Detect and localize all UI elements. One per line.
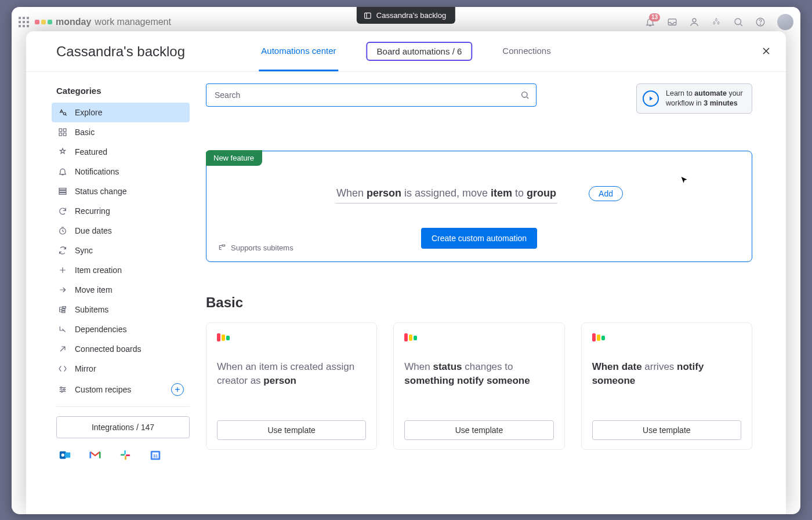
search-input[interactable] [206, 83, 536, 107]
svg-rect-13 [59, 193, 66, 195]
svg-point-20 [61, 391, 63, 392]
create-custom-automation-button[interactable]: Create custom automation [421, 228, 537, 249]
cursor-icon [680, 176, 689, 185]
automation-card[interactable]: When an item is created assign creator a… [206, 322, 377, 450]
svg-rect-17 [62, 311, 65, 313]
slack-icon[interactable] [119, 449, 132, 461]
modal-header: Cassandra's backlog Automations center B… [26, 31, 786, 72]
notifications-icon[interactable]: 13 [645, 17, 655, 27]
integration-icons: 31 [56, 449, 190, 461]
mirror-icon [57, 363, 68, 374]
sidebar-item-label: Recurring [75, 206, 184, 216]
sidebar-item-sync[interactable]: Sync [52, 241, 190, 260]
svg-rect-7 [59, 129, 62, 132]
sync-icon [57, 245, 68, 256]
automation-card[interactable]: When date arrives notify someone Use tem… [581, 322, 752, 450]
tab-board-automations[interactable]: Board automations / 6 [367, 42, 473, 61]
sidebar-item-subitems[interactable]: Subitems [52, 300, 190, 319]
sidebar-item-due-dates[interactable]: Due dates [52, 221, 190, 241]
app-launcher-icon[interactable] [19, 17, 29, 27]
sidebar-item-recurring[interactable]: Recurring [52, 201, 190, 221]
use-template-button[interactable]: Use template [217, 420, 366, 440]
board-title: Cassandra's backlog [56, 43, 185, 60]
apps-icon[interactable] [711, 17, 722, 27]
sidebar-item-mirror[interactable]: Mirror [52, 359, 190, 379]
arrow-up-right-icon [57, 344, 68, 354]
tab-connections[interactable]: Connections [500, 31, 553, 71]
arrow-right-icon [57, 285, 68, 295]
outlook-icon[interactable] [59, 449, 71, 461]
sidebar-item-notifications[interactable]: Notifications [52, 162, 190, 181]
sidebar-item-label: Subitems [75, 305, 184, 314]
search-icon [520, 90, 530, 100]
board-icon [364, 12, 372, 20]
use-template-button[interactable]: Use template [592, 420, 741, 440]
sidebar-item-basic[interactable]: Basic [52, 122, 190, 142]
integrations-button[interactable]: Integrations / 147 [56, 416, 190, 438]
sidebar-item-label: Mirror [75, 364, 184, 373]
sidebar-item-featured[interactable]: Featured [52, 142, 190, 162]
sidebar-item-dependencies[interactable]: Dependencies [52, 319, 190, 339]
svg-point-1 [693, 19, 696, 22]
dependencies-icon [57, 324, 68, 334]
plus-icon [57, 265, 68, 275]
card-text: When date arrives notify someone [592, 360, 741, 388]
svg-point-19 [63, 389, 65, 391]
close-button[interactable] [760, 45, 772, 57]
sidebar-item-label: Explore [75, 108, 184, 117]
svg-rect-22 [65, 452, 70, 457]
sidebar-item-explore[interactable]: Explore [52, 103, 190, 122]
svg-rect-16 [62, 309, 65, 311]
sidebar-item-label: Featured [75, 147, 184, 157]
use-template-label: Use template [267, 426, 315, 435]
basic-icon [57, 127, 68, 137]
help-icon[interactable] [755, 17, 766, 27]
google-calendar-icon[interactable]: 31 [149, 449, 162, 461]
sidebar-item-label: Status change [75, 187, 184, 196]
add-recipe-button[interactable]: + [171, 383, 184, 396]
svg-point-23 [61, 453, 65, 457]
recipe-sentence[interactable]: When person is assigned, move item to gr… [335, 184, 557, 203]
gmail-icon[interactable] [89, 449, 102, 461]
integrations-label: Integrations / 147 [92, 423, 154, 432]
svg-point-18 [60, 387, 62, 388]
inbox-icon[interactable] [667, 17, 677, 27]
search-icon[interactable] [733, 17, 744, 27]
svg-rect-24 [124, 450, 126, 454]
subitems-icon [218, 243, 226, 252]
sidebar-item-move-item[interactable]: Move item [52, 280, 190, 300]
use-template-button[interactable]: Use template [404, 420, 553, 440]
svg-rect-25 [121, 454, 125, 456]
section-title-basic: Basic [206, 294, 752, 311]
sidebar-item-label: Dependencies [75, 325, 184, 334]
sidebar-item-label: Notifications [75, 167, 184, 176]
svg-rect-5 [365, 13, 371, 18]
search-wrap [206, 83, 536, 107]
sidebar-item-connected-boards[interactable]: Connected boards [52, 339, 190, 359]
bell-icon [57, 166, 68, 177]
use-template-label: Use template [455, 426, 503, 435]
create-label: Create custom automation [432, 234, 527, 243]
automation-card[interactable]: When status changes to something notify … [393, 322, 564, 450]
add-recipe-pill[interactable]: Add [589, 186, 623, 201]
sidebar-item-label: Due dates [75, 226, 184, 235]
sidebar-item-custom-recipes[interactable]: Custom recipes + [52, 379, 190, 401]
sidebar-item-label: Basic [75, 128, 184, 137]
subitems-icon [57, 304, 68, 315]
featured-icon [57, 147, 68, 157]
clock-icon [57, 226, 68, 236]
card-text: When status changes to something notify … [404, 360, 553, 388]
avatar[interactable] [777, 14, 793, 30]
tab-label: Board automations / 6 [377, 46, 462, 56]
learn-card[interactable]: Learn to automate your workflow in 3 min… [636, 83, 752, 114]
tab-label: Automations center [261, 46, 336, 56]
invite-icon[interactable] [689, 17, 699, 27]
play-icon [643, 90, 659, 107]
tab-automations-center[interactable]: Automations center [259, 31, 338, 71]
sidebar-item-label: Custom recipes [75, 385, 164, 394]
svg-point-31 [522, 92, 527, 97]
sidebar-item-item-creation[interactable]: Item creation [52, 260, 190, 280]
monday-logo-icon [404, 333, 418, 347]
sidebar-item-status-change[interactable]: Status change [52, 181, 190, 201]
svg-rect-12 [59, 191, 66, 192]
